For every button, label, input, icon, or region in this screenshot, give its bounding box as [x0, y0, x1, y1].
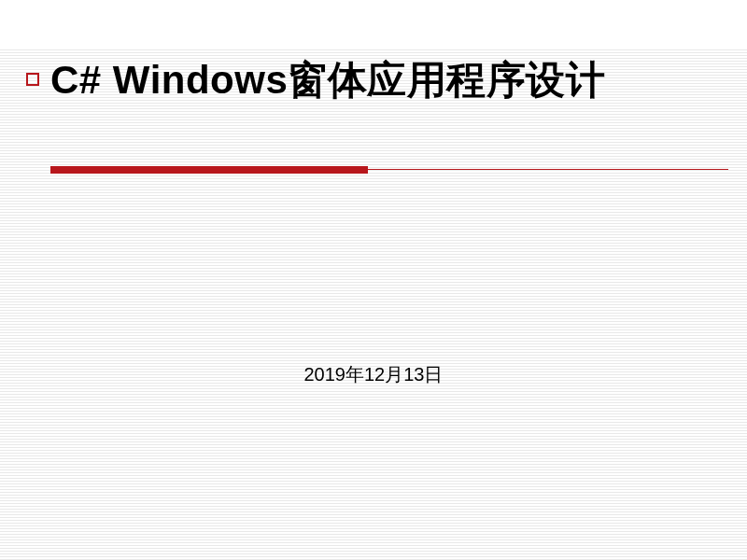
slide-title: C# Windows窗体应用程序设计: [50, 56, 710, 105]
slide-date: 2019年12月13日: [0, 362, 747, 387]
top-margin: [0, 0, 747, 49]
square-bullet-icon: [26, 73, 39, 86]
underline-thick-bar: [50, 166, 368, 174]
presentation-slide: C# Windows窗体应用程序设计 2019年12月13日: [0, 0, 747, 560]
title-underline: [50, 166, 728, 175]
